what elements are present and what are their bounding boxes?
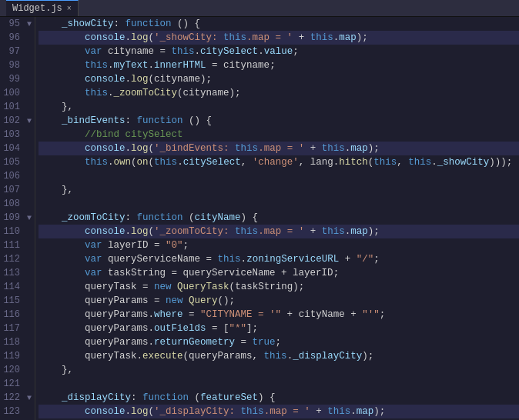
line-num: 118: [0, 337, 25, 348]
code-editor[interactable]: _showCity: function () { console.log('_s…: [35, 17, 519, 420]
code-content: _showCity: function () { console.log('_s…: [39, 17, 519, 420]
title-bar: Widget.js ×: [0, 0, 519, 17]
line-num: 115: [0, 295, 25, 306]
code-line: queryTask.execute(queryParams, this._dis…: [39, 349, 519, 363]
code-line: console.log(cityname);: [39, 72, 519, 86]
line-num: 117: [0, 323, 25, 334]
code-line: var cityname = this.citySelect.value;: [39, 45, 519, 58]
line-num: 104: [0, 143, 25, 154]
line-num: 119: [0, 351, 25, 362]
code-line: _showCity: function () {: [39, 17, 519, 31]
fold-icon[interactable]: ▼: [25, 394, 34, 402]
line-num: 96: [0, 32, 25, 43]
line-num: 101: [0, 102, 25, 112]
code-line: this._zoomToCity(cityname);: [39, 86, 519, 100]
line-num: 111: [0, 240, 25, 251]
code-line: this.own(on(this.citySelect, 'change', l…: [39, 155, 519, 169]
line-num: 120: [0, 365, 25, 375]
line-num: 102: [0, 115, 25, 126]
code-line: _zoomToCity: function (cityName) {: [39, 211, 519, 225]
line-num: 106: [0, 171, 25, 182]
code-line: queryParams = new Query();: [39, 294, 519, 308]
line-num: 105: [0, 157, 25, 168]
line-num: 116: [0, 309, 25, 320]
code-line: },: [39, 363, 519, 377]
code-line: var taskString = queryServiceName + laye…: [39, 266, 519, 280]
code-line: },: [39, 100, 519, 114]
fold-icon[interactable]: ▼: [25, 214, 34, 222]
line-num: 109: [0, 212, 25, 223]
line-gutter: 95▼ 96 97 98 99 100 101 102▼ 103 104 105…: [0, 17, 35, 420]
code-line: var queryServiceName = this.zoningServic…: [39, 252, 519, 266]
line-num: 110: [0, 226, 25, 237]
line-num: 103: [0, 129, 25, 140]
line-num: 121: [0, 378, 25, 389]
line-num: 100: [0, 88, 25, 98]
code-line: //bind citySelect: [39, 128, 519, 142]
line-num: 122: [0, 392, 25, 403]
line-num: 99: [0, 74, 25, 85]
code-line: console.log('_zoomToCity: this.map = ' +…: [39, 225, 519, 238]
code-line: console.log('_bindEvents: this.map = ' +…: [39, 142, 519, 155]
code-line: [39, 169, 519, 183]
code-line: queryParams.returnGeometry = true;: [39, 335, 519, 349]
line-num: 108: [0, 198, 25, 209]
code-line: console.log('_displayCity: this.map = ' …: [39, 405, 519, 418]
line-numbers: 95▼ 96 97 98 99 100 101 102▼ 103 104 105…: [0, 17, 35, 420]
code-line: this.myText.innerHTML = cityname;: [39, 58, 519, 72]
code-line: [39, 377, 519, 391]
code-line: _bindEvents: function () {: [39, 114, 519, 128]
code-line: queryParams.outFields = ["*"];: [39, 322, 519, 335]
line-num: 95: [0, 18, 25, 29]
tab-close-icon[interactable]: ×: [67, 5, 72, 13]
code-line: },: [39, 183, 519, 197]
editor-area: 95▼ 96 97 98 99 100 101 102▼ 103 104 105…: [0, 17, 519, 420]
fold-icon[interactable]: ▼: [25, 20, 34, 28]
line-num: 98: [0, 60, 25, 71]
line-num: 114: [0, 282, 25, 292]
line-num: 97: [0, 46, 25, 57]
tab-filename: Widget.js: [12, 3, 62, 14]
file-tab[interactable]: Widget.js ×: [6, 0, 79, 16]
fold-icon[interactable]: ▼: [25, 117, 34, 125]
code-line: [39, 197, 519, 211]
line-num: 113: [0, 268, 25, 278]
line-num: 112: [0, 254, 25, 265]
code-line: queryParams.where = "CITYNAME = '" + cit…: [39, 308, 519, 322]
code-line: var layerID = "0";: [39, 238, 519, 252]
line-num: 107: [0, 185, 25, 195]
code-line: queryTask = new QueryTask(taskString);: [39, 280, 519, 294]
line-num: 123: [0, 406, 25, 417]
code-line: console.log('_showCity: this.map = ' + t…: [39, 31, 519, 45]
code-line: _displayCity: function (featureSet) {: [39, 391, 519, 405]
